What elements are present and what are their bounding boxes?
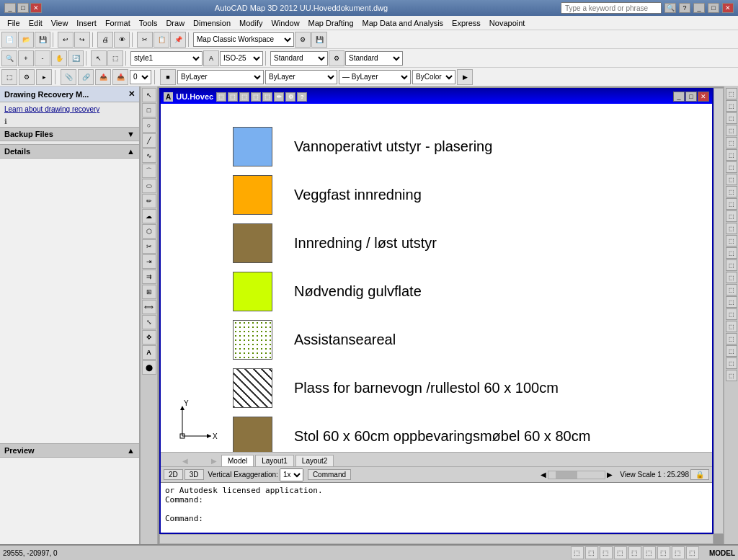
iw-icon-7[interactable]: ⚙ (285, 92, 295, 102)
tool-region[interactable]: ⬡ (142, 224, 156, 239)
menu-dimension[interactable]: Dimension (189, 17, 235, 29)
scroll-right-btn[interactable]: ▶ (208, 455, 220, 466)
tool-mirror[interactable]: ⟺ (142, 300, 156, 314)
snap-btn-2[interactable]: ⬚ (585, 546, 598, 559)
inner-window-hscroll[interactable] (159, 534, 713, 544)
iw-close-btn[interactable]: ✕ (698, 92, 709, 102)
search-input[interactable] (561, 2, 662, 14)
scroll-left-btn[interactable]: ◀ (164, 455, 207, 466)
menu-express[interactable]: Express (448, 17, 485, 29)
open-button[interactable]: 📂 (18, 32, 34, 48)
copy-button[interactable]: 📋 (154, 32, 169, 48)
menu-insert[interactable]: Insert (72, 17, 101, 29)
menu-format[interactable]: Format (101, 17, 135, 29)
preview-header[interactable]: Preview ▲ (0, 443, 139, 458)
attach-btn[interactable]: 📎 (61, 69, 76, 85)
right-tool-3[interactable]: ⬚ (726, 112, 737, 124)
paste-button[interactable]: 📌 (170, 32, 186, 48)
h-scrollbar[interactable] (548, 471, 605, 479)
scroll-right-h[interactable]: ▶ (607, 471, 613, 479)
tool-freehand[interactable]: ✏ (142, 194, 156, 208)
style-combo[interactable]: style1 (130, 51, 203, 66)
tool-arc[interactable]: ⌒ (142, 164, 156, 178)
help-button[interactable]: ? (679, 3, 690, 13)
match-button[interactable]: ✂ (137, 32, 153, 48)
right-tool-2[interactable]: ⬚ (726, 100, 737, 112)
orbit-btn[interactable]: 🔄 (68, 50, 84, 66)
iw-icon-2[interactable]: ⬚ (228, 92, 238, 102)
undo-button[interactable]: ↩ (58, 32, 74, 48)
tool-circle[interactable]: ○ (142, 118, 156, 133)
recovery-link[interactable]: Learn about drawing recovery (0, 102, 139, 116)
tool-polyline[interactable]: ∿ (142, 148, 156, 163)
collapse-icon[interactable]: ✕ (128, 89, 135, 99)
new-button[interactable]: 📄 (1, 32, 17, 48)
print-button[interactable]: 🖨 (97, 32, 113, 48)
iw-icon-6[interactable]: ✏ (274, 92, 284, 102)
bylayer-combo3[interactable]: — ByLayer (339, 70, 411, 84)
xref2-btn[interactable]: 📤 (95, 69, 111, 85)
iw-maximize-btn[interactable]: □ (685, 92, 697, 102)
save-button[interactable]: 💾 (35, 32, 50, 48)
xref3-btn[interactable]: 📥 (112, 69, 128, 85)
zero-combo[interactable]: 0 (130, 70, 151, 84)
snap-btn-3[interactable]: ⬚ (600, 546, 613, 559)
menu-tools[interactable]: Tools (135, 17, 162, 29)
scroll-left-h[interactable]: ◀ (541, 471, 546, 479)
menu-map-data[interactable]: Map Data and Analysis (358, 17, 448, 29)
menu-file[interactable]: File (3, 17, 25, 29)
menu-modify[interactable]: Modify (235, 17, 267, 29)
command-btn[interactable]: Command (308, 469, 351, 480)
layer-settings-btn[interactable]: ⚙ (19, 69, 35, 85)
right-tool-23[interactable]: ⬚ (726, 357, 737, 369)
select-btn[interactable]: ↖ (91, 50, 107, 66)
right-tool-22[interactable]: ⬚ (726, 345, 737, 357)
backup-files-header[interactable]: Backup Files ▼ (0, 127, 139, 141)
inner-window-vscroll[interactable] (713, 88, 724, 534)
app-close-button[interactable]: ✕ (722, 3, 734, 13)
standard-combo2[interactable]: Standard (345, 51, 403, 66)
right-tool-24[interactable]: ⬚ (726, 370, 737, 381)
qselect-btn[interactable]: ⬚ (107, 50, 123, 66)
iso-combo[interactable]: ISO-25 (220, 51, 263, 66)
right-tool-12[interactable]: ⬚ (726, 223, 737, 234)
tool-rect[interactable]: □ (142, 103, 156, 117)
snap-btn-1[interactable]: ⬚ (571, 546, 584, 559)
tool-cloud[interactable]: ☁ (142, 209, 156, 223)
menu-map-drafting[interactable]: Map Drafting (304, 17, 358, 29)
btn-3d[interactable]: 3D (184, 469, 204, 480)
tab-model[interactable]: Model (221, 455, 254, 466)
vertical-combo[interactable]: 1x (280, 468, 303, 481)
right-tool-9[interactable]: ⬚ (726, 186, 737, 197)
menu-edit[interactable]: Edit (25, 17, 47, 29)
right-tool-11[interactable]: ⬚ (726, 210, 737, 222)
layer-btn[interactable]: ⬚ (1, 69, 17, 85)
tool-offset[interactable]: ⇉ (142, 270, 156, 284)
iw-icon-5[interactable]: ⬚ (262, 92, 272, 102)
right-tool-6[interactable]: ⬚ (726, 149, 737, 161)
std-settings-btn[interactable]: ⚙ (329, 50, 344, 66)
bylayer-combo2[interactable]: ByLayer (265, 70, 337, 84)
right-tool-15[interactable]: ⬚ (726, 259, 737, 271)
tool-hatch[interactable]: ⬤ (142, 360, 156, 375)
btn-2d[interactable]: 2D (164, 469, 183, 480)
right-tool-18[interactable]: ⬚ (726, 296, 737, 308)
minimize-button[interactable]: _ (4, 3, 16, 13)
tool-array[interactable]: ⊞ (142, 285, 156, 299)
extra-btn1[interactable]: ▶ (457, 69, 473, 85)
workspace-combo[interactable]: Map Classic Workspace (193, 32, 294, 47)
snap-btn-7[interactable]: ⬚ (657, 546, 670, 559)
style-settings-btn[interactable]: A (203, 50, 219, 66)
preview-button[interactable]: 👁 (114, 32, 130, 48)
tool-text[interactable]: A (142, 345, 156, 360)
right-tool-7[interactable]: ⬚ (726, 161, 737, 173)
snap-btn-8[interactable]: ⬚ (672, 546, 685, 559)
tool-extend[interactable]: ⇥ (142, 254, 156, 269)
menu-view[interactable]: View (47, 17, 73, 29)
tab-layout1[interactable]: Layout1 (255, 455, 294, 466)
save-ws-button[interactable]: 💾 (311, 32, 327, 48)
tool-line[interactable]: ╱ (142, 133, 156, 148)
zoom-out-btn[interactable]: - (35, 50, 50, 66)
pan-btn[interactable]: ✋ (51, 50, 67, 66)
tab-layout2[interactable]: Layout2 (295, 455, 334, 466)
